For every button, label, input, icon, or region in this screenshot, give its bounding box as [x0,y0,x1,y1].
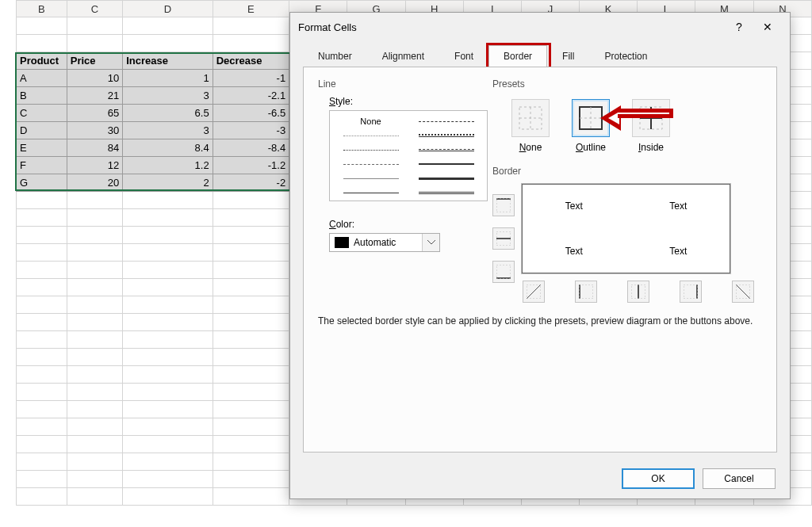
cell[interactable]: -1 [213,70,289,87]
cell[interactable] [17,244,67,262]
cell[interactable]: D [17,122,67,139]
cell[interactable] [67,488,123,506]
cell[interactable]: 1 [123,70,213,87]
cell[interactable] [123,436,213,453]
line-style-list[interactable]: None [329,110,488,201]
cell[interactable] [17,401,67,418]
preset-none[interactable]: None [511,99,550,153]
cell[interactable] [17,262,67,279]
cell[interactable] [123,418,213,436]
cell[interactable]: Decrease [213,52,289,70]
cell[interactable] [67,384,123,401]
cell[interactable] [17,349,67,366]
border-preview[interactable]: Text Text Text Text [521,183,731,274]
cell[interactable] [213,262,289,279]
cell[interactable] [67,331,123,349]
cell[interactable]: C [17,105,67,122]
cell[interactable] [67,349,123,366]
tab-alignment[interactable]: Alignment [367,45,439,67]
cell[interactable]: -8.4 [213,139,289,157]
cell[interactable] [17,418,67,436]
cell[interactable]: 2 [123,174,213,192]
cell[interactable] [17,331,67,349]
cell[interactable] [213,227,289,244]
cell[interactable] [213,192,289,209]
cell[interactable] [123,296,213,314]
cell[interactable] [17,436,67,453]
cell[interactable]: 21 [67,87,123,105]
cell[interactable] [213,279,289,296]
cell[interactable] [17,314,67,331]
cell[interactable] [67,314,123,331]
cell[interactable]: 20 [67,174,123,192]
cell[interactable] [67,192,123,209]
cell[interactable] [67,209,123,227]
cell[interactable] [17,17,67,35]
border-diag-down-button[interactable] [732,281,754,303]
cell[interactable]: G [17,174,67,192]
cell[interactable]: 10 [67,70,123,87]
cell[interactable] [123,453,213,471]
tab-font[interactable]: Font [439,45,488,67]
color-dropdown[interactable]: Automatic [329,233,440,252]
cell[interactable] [123,279,213,296]
cell[interactable] [123,244,213,262]
cell[interactable] [213,244,289,262]
cell[interactable]: 30 [67,122,123,139]
tab-number[interactable]: Number [303,45,367,67]
border-diag-up-button[interactable] [523,281,545,303]
cell[interactable] [17,296,67,314]
tab-protection[interactable]: Protection [589,45,662,67]
cell[interactable]: E [17,139,67,157]
cell[interactable] [17,35,67,52]
cell[interactable] [213,296,289,314]
column-header[interactable]: E [213,1,289,17]
border-left-button[interactable] [575,281,597,303]
cell[interactable]: 3 [123,87,213,105]
cell[interactable] [67,366,123,384]
cell[interactable]: -2 [213,174,289,192]
border-middle-v-button[interactable] [627,281,649,303]
cell[interactable]: F [17,157,67,174]
cell[interactable] [67,436,123,453]
cell[interactable]: 65 [67,105,123,122]
cell[interactable] [213,436,289,453]
cell[interactable] [213,35,289,52]
cell[interactable] [17,209,67,227]
border-bottom-button[interactable] [492,261,515,283]
cell[interactable] [213,209,289,227]
cell[interactable]: A [17,70,67,87]
cell[interactable] [213,366,289,384]
cell[interactable] [67,418,123,436]
cell[interactable] [17,453,67,471]
cell[interactable]: -3 [213,122,289,139]
cell[interactable] [123,192,213,209]
cell[interactable]: 12 [67,157,123,174]
cell[interactable]: -6.5 [213,105,289,122]
cell[interactable]: B [17,87,67,105]
border-middle-h-button[interactable] [492,227,515,250]
cell[interactable] [213,331,289,349]
style-none-option[interactable]: None [333,114,408,128]
cell[interactable] [17,192,67,209]
cell[interactable] [213,488,289,506]
cell[interactable]: -1.2 [213,157,289,174]
column-header[interactable]: B [17,1,67,17]
cell[interactable] [213,401,289,418]
cell[interactable] [123,471,213,488]
cell[interactable] [213,17,289,35]
cell[interactable] [67,227,123,244]
cell[interactable] [67,296,123,314]
column-header[interactable]: D [123,1,213,17]
cell[interactable] [123,209,213,227]
cell[interactable] [67,279,123,296]
cell[interactable] [123,227,213,244]
cancel-button[interactable]: Cancel [703,468,776,489]
cell[interactable] [123,17,213,35]
cell[interactable]: Price [67,52,123,70]
cell[interactable] [123,314,213,331]
cell[interactable] [67,17,123,35]
column-header[interactable]: C [67,1,123,17]
cell[interactable]: 6.5 [123,105,213,122]
ok-button[interactable]: OK [622,468,695,489]
